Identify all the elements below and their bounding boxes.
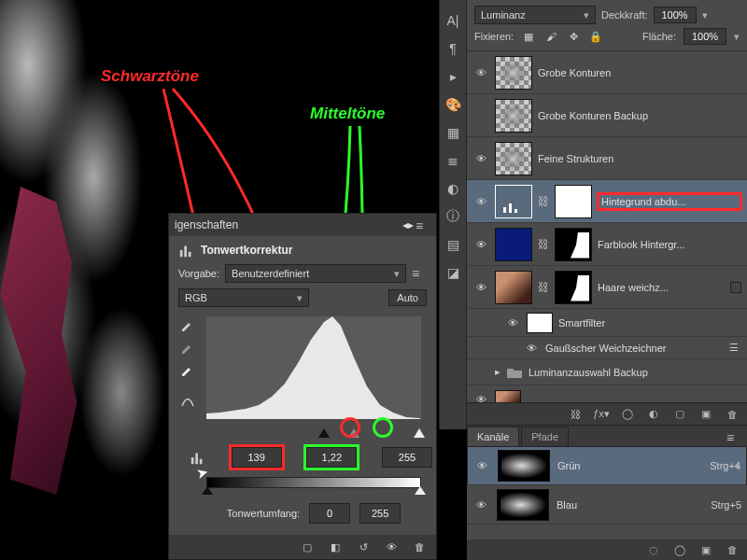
- link-layers-icon[interactable]: ⛓: [568, 407, 583, 422]
- histogram[interactable]: [206, 316, 421, 419]
- new-group-icon[interactable]: ▢: [672, 407, 687, 422]
- eyedropper-black-icon[interactable]: [180, 316, 195, 331]
- visibility-toggle-icon[interactable]: 👁: [472, 279, 489, 296]
- panel-menu-icon[interactable]: [726, 433, 741, 442]
- clip-to-layer-icon[interactable]: ▢: [300, 539, 315, 554]
- tab-paths[interactable]: Pfade: [521, 427, 569, 446]
- view-previous-icon[interactable]: ◧: [328, 539, 343, 554]
- adjustment-thumbnail[interactable]: [495, 185, 532, 218]
- auto-button[interactable]: Auto: [388, 289, 427, 306]
- lock-paint-icon[interactable]: 🖌: [543, 29, 558, 44]
- adjustment-thumbnail[interactable]: [495, 228, 532, 261]
- info-panel-icon[interactable]: ⓘ: [445, 209, 460, 224]
- layer-row[interactable]: 👁 ⛓ Farblook Hintergr...: [467, 223, 747, 266]
- layer-mask-thumbnail[interactable]: [555, 271, 592, 304]
- layer-group-row[interactable]: ▸ Luminanzauswahl Backup: [467, 359, 747, 385]
- black-level-input[interactable]: 139: [232, 447, 282, 468]
- visibility-toggle-icon[interactable]: [472, 364, 489, 381]
- layer-thumbnail[interactable]: [495, 56, 532, 90]
- layer-thumbnail[interactable]: [495, 390, 521, 403]
- mid-level-input[interactable]: 1,22: [306, 447, 357, 468]
- visibility-toggle-icon[interactable]: [472, 107, 489, 124]
- channel-thumbnail[interactable]: [497, 489, 549, 521]
- link-icon[interactable]: ⛓: [538, 281, 549, 294]
- new-channel-icon[interactable]: ▣: [698, 542, 713, 557]
- channel-select[interactable]: RGB: [178, 288, 309, 307]
- visibility-toggle-icon[interactable]: 👁: [473, 457, 490, 474]
- visibility-toggle-icon[interactable]: 👁: [472, 64, 489, 81]
- lock-position-icon[interactable]: ✥: [566, 29, 581, 44]
- lock-transparency-icon[interactable]: ▦: [521, 29, 536, 44]
- visibility-toggle-icon[interactable]: 👁: [523, 340, 540, 357]
- swatches-panel-icon[interactable]: 🎨: [445, 97, 460, 112]
- output-gradient[interactable]: [206, 477, 421, 488]
- eyedropper-gray-icon[interactable]: [180, 339, 195, 354]
- delete-layer-icon[interactable]: 🗑: [725, 407, 740, 422]
- link-icon[interactable]: ⛓: [538, 195, 549, 208]
- blend-mode-select[interactable]: Luminanz: [474, 6, 596, 24]
- layer-row[interactable]: 👁 ⛓ Haare weichz...: [467, 266, 747, 309]
- layer-thumbnail[interactable]: [495, 142, 532, 175]
- new-adjustment-icon[interactable]: ◐: [646, 407, 661, 422]
- visibility-toggle-icon[interactable]: 👁: [472, 497, 489, 513]
- visibility-toggle-icon[interactable]: 👁: [472, 193, 489, 210]
- white-point-slider[interactable]: [414, 428, 425, 438]
- layer-mask-thumbnail[interactable]: [555, 185, 592, 218]
- layer-thumbnail[interactable]: [495, 99, 532, 133]
- filter-options-icon[interactable]: ☰: [726, 341, 741, 356]
- eyedropper-white-icon[interactable]: [180, 361, 195, 376]
- lock-all-icon[interactable]: 🔒: [588, 29, 603, 44]
- layer-row[interactable]: 👁 Grobe Konturen: [467, 51, 747, 94]
- new-layer-icon[interactable]: ▣: [698, 407, 713, 422]
- disclosure-triangle-icon[interactable]: ▸: [495, 366, 500, 378]
- layer-mask-thumbnail[interactable]: [555, 228, 592, 261]
- layer-row[interactable]: 👁 Feine Strukturen: [467, 137, 747, 180]
- toggle-visibility-icon[interactable]: 👁: [384, 539, 399, 554]
- delete-channel-icon[interactable]: 🗑: [725, 542, 740, 557]
- add-mask-icon[interactable]: ◯: [620, 407, 635, 422]
- layer-row[interactable]: 👁: [467, 385, 747, 402]
- black-point-slider[interactable]: [318, 428, 330, 438]
- visibility-toggle-icon[interactable]: 👁: [504, 315, 521, 331]
- actions-panel-icon[interactable]: ▸: [445, 69, 460, 84]
- channel-thumbnail[interactable]: [498, 450, 550, 482]
- tab-channels[interactable]: Kanäle: [467, 427, 519, 446]
- fill-input[interactable]: 100%: [684, 28, 726, 45]
- output-high-input[interactable]: 255: [359, 503, 401, 524]
- paragraph-panel-icon[interactable]: ¶: [445, 41, 460, 56]
- visibility-toggle-icon[interactable]: 👁: [472, 150, 489, 167]
- delete-adjustment-icon[interactable]: 🗑: [412, 539, 427, 554]
- visibility-toggle-icon[interactable]: 👁: [472, 236, 489, 253]
- output-low-input[interactable]: 0: [309, 503, 350, 524]
- layer-row[interactable]: Grobe Konturen Backup: [467, 94, 747, 137]
- styles-panel-icon[interactable]: ▤: [445, 237, 460, 252]
- reset-icon[interactable]: ↺: [356, 539, 371, 554]
- panel-collapse-icon[interactable]: ◂▸: [401, 217, 416, 232]
- output-black-slider[interactable]: [202, 486, 213, 495]
- layer-name-highlighted[interactable]: Hintegrund abdu...: [598, 193, 741, 210]
- save-selection-icon[interactable]: ◯: [672, 542, 687, 557]
- load-selection-icon[interactable]: ◌: [646, 542, 661, 557]
- filter-mask-thumbnail[interactable]: [527, 313, 553, 333]
- layer-row-selected[interactable]: 👁 ⛓ Hintegrund abdu...: [467, 180, 747, 223]
- white-level-input[interactable]: 255: [382, 447, 432, 468]
- opacity-input[interactable]: 100%: [654, 7, 697, 23]
- layer-effects-icon[interactable]: ƒx▾: [594, 407, 609, 422]
- preset-select[interactable]: Benutzerdefiniert: [225, 264, 406, 283]
- color-panel-icon[interactable]: ◪: [445, 265, 460, 280]
- adjustments-panel-icon[interactable]: ◐: [445, 181, 460, 196]
- edit-curve-icon[interactable]: [180, 393, 195, 408]
- smart-filter-item[interactable]: 👁 Gaußscher Weichzeichner ☰: [467, 337, 747, 359]
- channel-row[interactable]: 👁 Blau Strg+5: [467, 485, 747, 525]
- history-panel-icon[interactable]: ≣: [445, 153, 460, 168]
- channel-row[interactable]: 👁 Grün Strg+4: [467, 446, 747, 485]
- visibility-toggle-icon[interactable]: 👁: [472, 391, 489, 403]
- navigator-panel-icon[interactable]: ▦: [445, 125, 460, 140]
- link-icon[interactable]: ⛓: [538, 238, 549, 251]
- character-panel-icon[interactable]: A|: [445, 13, 460, 28]
- output-white-slider[interactable]: [415, 486, 426, 495]
- panel-menu-icon[interactable]: [416, 220, 430, 230]
- preset-menu-icon[interactable]: [412, 269, 427, 278]
- smart-filter-row[interactable]: 👁 Smartfilter: [467, 309, 747, 337]
- layer-thumbnail[interactable]: [495, 271, 532, 304]
